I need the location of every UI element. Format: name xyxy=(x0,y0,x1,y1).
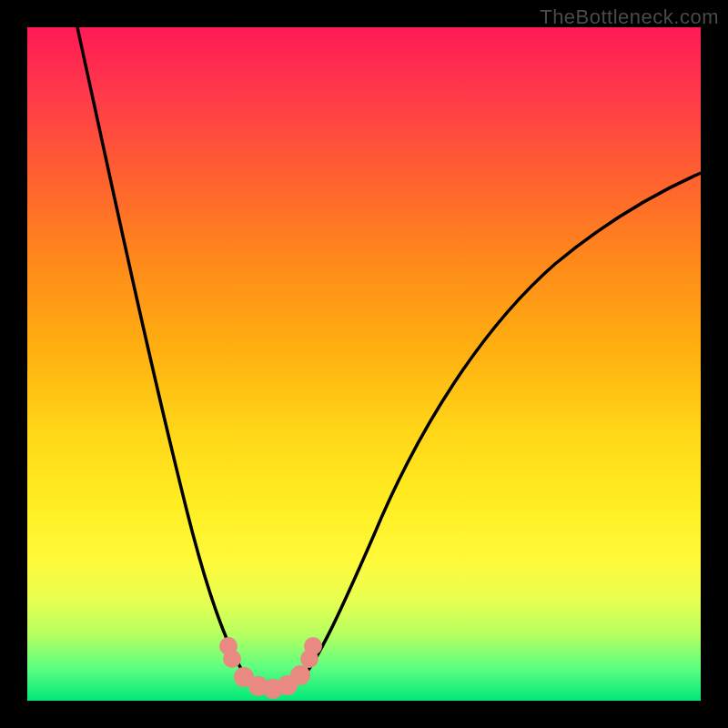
chart-area xyxy=(27,27,701,701)
svg-point-6 xyxy=(290,665,310,685)
marker-group xyxy=(219,637,322,699)
svg-point-8 xyxy=(304,637,322,655)
curve-left xyxy=(77,27,259,687)
curve-svg xyxy=(27,27,701,701)
svg-point-1 xyxy=(223,650,241,668)
curve-right xyxy=(300,173,701,681)
watermark-text: TheBottleneck.com xyxy=(540,5,719,29)
